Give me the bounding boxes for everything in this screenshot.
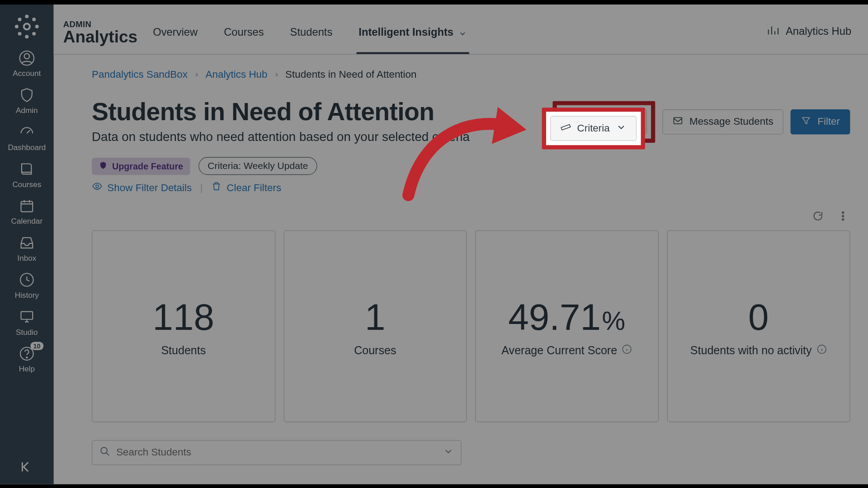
nav-courses[interactable]: Courses [0, 157, 54, 194]
nav-label: Studio [16, 328, 38, 337]
card-value: 49.71 [508, 296, 601, 338]
eye-icon [92, 181, 103, 194]
brand-title: Analytics [63, 29, 137, 46]
info-icon[interactable] [816, 344, 826, 357]
nav-label: Courses [12, 180, 41, 189]
info-icon[interactable] [622, 344, 632, 357]
svg-rect-16 [571, 117, 581, 123]
clock-icon [19, 272, 35, 288]
nav-label: Calendar [11, 216, 43, 225]
annotation-highlight: Criteria [552, 101, 656, 143]
title-block: Students in Need of Attention Data on st… [92, 98, 470, 144]
nav-label: Dashboard [8, 143, 46, 152]
ruler-icon [571, 115, 582, 129]
tab-label: Students [290, 26, 333, 38]
card-caption: Students with no activity [690, 344, 812, 357]
card-toolbar [92, 210, 850, 222]
button-label: Filter [817, 116, 840, 128]
chevron-right-icon [274, 69, 279, 80]
breadcrumb-link[interactable]: Analytics Hub [205, 69, 267, 80]
tab-label: Overview [153, 26, 198, 38]
search-icon [99, 446, 110, 459]
page-header: ADMIN Analytics Overview Courses Student… [54, 5, 868, 55]
tab-intelligent-insights[interactable]: Intelligent Insights [356, 26, 469, 54]
hub-label: Analytics Hub [786, 25, 851, 38]
button-label: Criteria [588, 116, 620, 128]
tab-label: Intelligent Insights [359, 26, 453, 38]
gauge-icon [19, 124, 35, 141]
mail-icon [673, 115, 684, 129]
search-students-combo[interactable] [92, 440, 462, 465]
trash-icon [211, 181, 222, 194]
nav-help[interactable]: 10 Help [0, 342, 54, 379]
chevron-down-icon [458, 28, 467, 36]
action-bar: Criteria Message Students Filter [552, 98, 850, 143]
filter-button[interactable]: Filter [791, 109, 850, 134]
card-avg-score: 49.71% Average Current Score [475, 230, 659, 422]
nav-dashboard[interactable]: Dashboard [0, 120, 54, 157]
svg-point-2 [15, 25, 19, 28]
header-tabs: Overview Courses Students Intelligent In… [151, 4, 469, 54]
tab-courses[interactable]: Courses [222, 26, 266, 54]
analytics-hub-link[interactable]: Analytics Hub [767, 25, 868, 54]
show-filter-details-link[interactable]: Show Filter Details [92, 181, 192, 194]
more-menu-button[interactable] [837, 210, 849, 222]
brand-block: ADMIN Analytics [54, 19, 151, 54]
nav-account[interactable]: Account [0, 46, 54, 83]
chevron-down-icon [626, 115, 637, 129]
tab-overview[interactable]: Overview [151, 26, 200, 54]
svg-rect-13 [21, 312, 33, 319]
card-no-activity: 0 Students with no activity [667, 230, 850, 422]
canvas-logo-icon [13, 13, 41, 40]
card-value: 1 [365, 296, 385, 338]
nav-studio[interactable]: Studio [0, 305, 54, 342]
divider: | [200, 182, 203, 193]
card-caption: Courses [354, 344, 396, 357]
refresh-button[interactable] [812, 210, 824, 222]
nav-inbox[interactable]: Inbox [0, 231, 54, 268]
svg-point-19 [842, 212, 844, 214]
nav-calendar[interactable]: Calendar [0, 194, 54, 231]
user-circle-icon [19, 50, 35, 66]
message-students-button[interactable]: Message Students [663, 109, 783, 134]
card-value: 118 [153, 296, 214, 338]
collapse-rail-button[interactable] [19, 459, 34, 477]
svg-point-20 [842, 215, 844, 217]
svg-point-0 [25, 14, 28, 18]
criteria-button[interactable]: Criteria [561, 109, 647, 134]
shield-filled-icon [99, 161, 107, 171]
help-icon: 10 [19, 345, 35, 362]
breadcrumb-current: Students in Need of Attention [285, 69, 416, 80]
breadcrumb-link[interactable]: Pandalytics SandBox [92, 69, 188, 80]
filter-line: Show Filter Details | Clear Filters [92, 181, 850, 194]
bar-chart-icon [767, 25, 780, 38]
nav-label: Inbox [17, 253, 36, 263]
svg-rect-17 [674, 117, 682, 124]
search-input[interactable] [116, 446, 437, 458]
svg-point-5 [32, 18, 36, 21]
chip-label: Upgrade Feature [112, 161, 183, 171]
svg-point-1 [25, 35, 28, 38]
page-subtitle: Data on students who need attention base… [92, 130, 470, 144]
card-unit: % [602, 306, 626, 336]
svg-rect-11 [21, 202, 33, 212]
button-label: Message Students [689, 116, 774, 128]
nav-label: Help [19, 364, 35, 373]
upgrade-feature-chip[interactable]: Upgrade Feature [92, 157, 190, 174]
nav-label: Account [13, 69, 41, 78]
card-courses: 1 Courses [283, 230, 467, 422]
nav-label: Admin [16, 106, 38, 115]
nav-history[interactable]: History [0, 268, 54, 305]
svg-point-15 [26, 357, 27, 358]
breadcrumb: Pandalytics SandBox Analytics Hub Studen… [92, 69, 850, 80]
clear-filters-link[interactable]: Clear Filters [211, 181, 281, 194]
content-area: Pandalytics SandBox Analytics Hub Studen… [54, 55, 868, 484]
card-students: 118 Students [92, 230, 275, 422]
global-nav-rail: Account Admin Dashboard Courses Calendar… [0, 5, 54, 484]
nav-admin[interactable]: Admin [0, 83, 54, 120]
help-badge: 10 [30, 342, 43, 350]
tab-students[interactable]: Students [288, 26, 335, 54]
svg-point-6 [18, 32, 22, 36]
svg-point-8 [24, 23, 30, 29]
card-caption: Students [161, 344, 206, 357]
